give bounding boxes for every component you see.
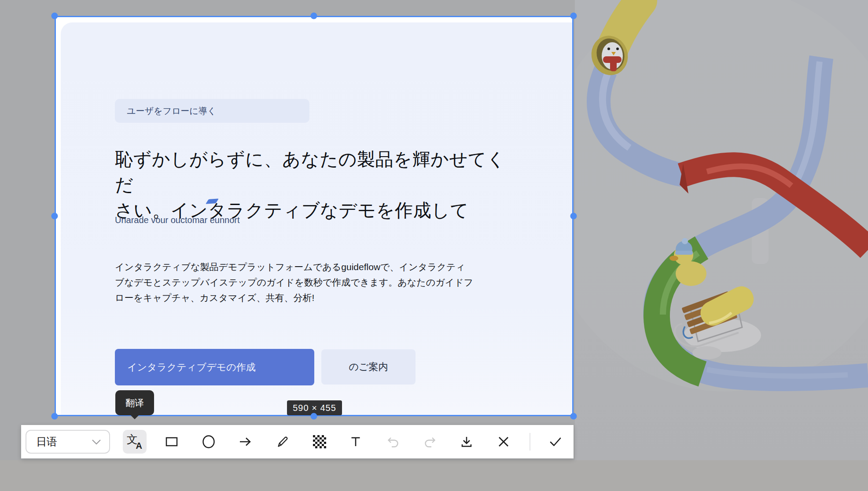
circle-tool-button[interactable] (197, 430, 221, 454)
handle-top-right[interactable] (570, 13, 577, 19)
mosaic-tool-button[interactable] (308, 430, 331, 454)
hero-subheading: Unarade vour ouctomar eunnort (115, 215, 240, 225)
download-button[interactable] (455, 430, 478, 454)
confirm-button[interactable] (544, 430, 567, 454)
pencil-tool-button[interactable] (270, 430, 294, 454)
create-demo-button[interactable]: インタラクティブデモの作成 (115, 349, 314, 385)
tooltip-pointer (131, 415, 139, 419)
circle-icon (202, 435, 216, 449)
hero-badge: ユーザをフローに導く (115, 99, 309, 123)
handle-bottom-center[interactable] (311, 413, 317, 420)
confirm-icon (548, 435, 563, 449)
hero-heading: 恥ずかしがらずに、あなたの製品を輝かせてくだ さい。インタラクティブなデモを作成… (115, 147, 511, 223)
undo-icon (386, 435, 400, 448)
translate-tooltip-label: 翻译 (125, 398, 144, 408)
redo-button[interactable] (418, 430, 442, 454)
close-button[interactable] (492, 430, 515, 454)
pencil-icon (275, 435, 289, 449)
capture-selection[interactable]: ユーザをフローに導く 恥ずかしがらずに、あなたの製品を輝かせてくだ さい。インタ… (55, 16, 574, 416)
handle-top-center[interactable] (311, 13, 317, 19)
annotation-toolbar: 日语 文A (21, 425, 574, 458)
mosaic-icon (313, 435, 326, 448)
translate-icon: 文A (127, 434, 143, 450)
rectangle-icon (165, 435, 179, 449)
dimmed-footer-strip (0, 460, 868, 491)
hero-card: ユーザをフローに導く 恥ずかしがらずに、あなたの製品を輝かせてくだ さい。インタ… (61, 22, 572, 415)
chevron-down-icon (92, 439, 101, 445)
handle-mid-left[interactable] (51, 213, 58, 220)
slides-scene-graphic (575, 0, 868, 460)
text-icon (349, 435, 363, 449)
arrow-icon (238, 435, 252, 449)
undo-button[interactable] (381, 430, 405, 454)
arrow-tool-button[interactable] (233, 430, 257, 454)
text-tool-button[interactable] (344, 430, 368, 454)
guide-button[interactable]: のご案内 (321, 349, 416, 385)
hero-illustration (575, 0, 868, 460)
handle-bottom-right[interactable] (570, 413, 577, 420)
translate-button[interactable]: 文A (123, 430, 147, 454)
rectangle-tool-button[interactable] (160, 430, 184, 454)
language-dropdown-value: 日语 (36, 431, 57, 453)
redo-icon (423, 435, 437, 448)
hero-paragraph: インタラクティブな製品デモプラットフォームであるguideflowで、インタラク… (115, 259, 515, 305)
close-icon (497, 435, 510, 448)
toolbar-divider (530, 433, 530, 451)
language-dropdown[interactable]: 日语 (26, 430, 110, 454)
handle-mid-right[interactable] (570, 213, 577, 220)
handle-top-left[interactable] (51, 13, 58, 19)
translate-tooltip: 翻译 (115, 390, 154, 415)
download-icon (460, 435, 474, 449)
handle-bottom-left[interactable] (51, 413, 58, 420)
